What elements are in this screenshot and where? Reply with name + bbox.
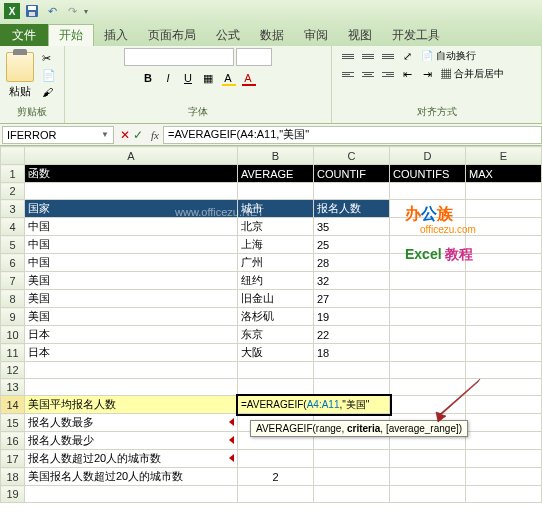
italic-button[interactable]: I [159,70,177,87]
cell[interactable] [466,432,542,450]
cell[interactable]: 28 [314,254,390,272]
cell[interactable]: 35 [314,218,390,236]
row-header[interactable]: 9 [1,308,25,326]
cell[interactable] [390,344,466,362]
row-header[interactable]: 10 [1,326,25,344]
indent-increase-icon[interactable]: ⇥ [418,66,436,82]
cell[interactable]: 报名人数最少 [25,432,238,450]
undo-icon[interactable]: ↶ [44,3,60,19]
align-top-icon[interactable] [338,48,356,64]
cell[interactable] [390,308,466,326]
cell[interactable] [466,486,542,503]
cell[interactable] [466,183,542,200]
select-all-cell[interactable] [1,147,25,165]
cell[interactable] [25,362,238,379]
cell[interactable] [390,450,466,468]
tab-file[interactable]: 文件 [0,24,48,46]
cell[interactable] [238,362,314,379]
tab-data[interactable]: 数据 [250,24,294,46]
cell[interactable] [390,290,466,308]
cell[interactable]: AVERAGE [238,165,314,183]
cell[interactable] [466,254,542,272]
align-left-icon[interactable] [338,66,356,82]
cell[interactable]: 东京 [238,326,314,344]
row-header[interactable]: 4 [1,218,25,236]
row-header[interactable]: 12 [1,362,25,379]
col-header-E[interactable]: E [466,147,542,165]
cell[interactable]: 25 [314,236,390,254]
wrap-text-button[interactable]: 📄 自动换行 [418,48,479,64]
cell[interactable] [466,326,542,344]
cell[interactable]: 报名人数超过20人的城市数 [25,450,238,468]
cut-icon[interactable]: ✂ [42,52,58,66]
chevron-down-icon[interactable]: ▼ [101,130,109,139]
col-header-D[interactable]: D [390,147,466,165]
cancel-icon[interactable]: ✕ [120,128,130,142]
cell[interactable]: COUNTIF [314,165,390,183]
cell[interactable] [466,272,542,290]
row-header[interactable]: 5 [1,236,25,254]
cell[interactable]: 中国 [25,218,238,236]
fill-color-button[interactable]: A [219,70,237,87]
cell[interactable]: 18 [314,344,390,362]
cell[interactable]: 中国 [25,254,238,272]
font-color-button[interactable]: A [239,70,257,87]
align-bottom-icon[interactable] [378,48,396,64]
cell[interactable] [25,486,238,503]
spreadsheet-grid[interactable]: A B C D E 1函数AVERAGECOUNTIFCOUNTIFSMAX 2… [0,146,542,503]
cell[interactable] [466,308,542,326]
col-header-C[interactable]: C [314,147,390,165]
save-icon[interactable] [24,3,40,19]
row-header[interactable]: 19 [1,486,25,503]
row-header[interactable]: 13 [1,379,25,396]
cell[interactable]: 函数 [25,165,238,183]
cell[interactable]: 报名人数 [314,200,390,218]
tab-view[interactable]: 视图 [338,24,382,46]
cell[interactable] [466,344,542,362]
name-box[interactable]: IFERROR ▼ [2,126,114,144]
enter-icon[interactable]: ✓ [133,128,143,142]
cell[interactable]: 中国 [25,236,238,254]
cell[interactable] [25,379,238,396]
orientation-icon[interactable]: ⤢ [398,48,416,64]
indent-decrease-icon[interactable]: ⇤ [398,66,416,82]
cell[interactable]: 22 [314,326,390,344]
cell[interactable]: 美国 [25,308,238,326]
cell[interactable]: 广州 [238,254,314,272]
cell[interactable] [238,183,314,200]
align-right-icon[interactable] [378,66,396,82]
cell[interactable] [466,468,542,486]
cell[interactable]: 报名人数最多 [25,414,238,432]
row-header[interactable]: 2 [1,183,25,200]
row-header[interactable]: 6 [1,254,25,272]
cell[interactable]: MAX [466,165,542,183]
cell[interactable]: 32 [314,272,390,290]
cell[interactable]: 洛杉矶 [238,308,314,326]
tab-insert[interactable]: 插入 [94,24,138,46]
cell[interactable] [466,290,542,308]
cell[interactable]: 19 [314,308,390,326]
merge-center-button[interactable]: ▦ 合并后居中 [438,66,507,82]
cell[interactable] [314,379,390,396]
cell[interactable]: 纽约 [238,272,314,290]
cell[interactable]: 大阪 [238,344,314,362]
cell[interactable]: 2 [238,468,314,486]
copy-icon[interactable]: 📄 [42,69,58,83]
row-header[interactable]: 18 [1,468,25,486]
row-header[interactable]: 1 [1,165,25,183]
cell[interactable]: 美国 [25,272,238,290]
col-header-A[interactable]: A [25,147,238,165]
cell[interactable]: 北京 [238,218,314,236]
cell[interactable]: 旧金山 [238,290,314,308]
align-center-icon[interactable] [358,66,376,82]
row-header[interactable]: 7 [1,272,25,290]
cell[interactable]: 美国报名人数超过20人的城市数 [25,468,238,486]
formula-bar[interactable]: =AVERAGEIF(A4:A11,"美国" [163,126,542,144]
cell[interactable] [390,486,466,503]
cell[interactable] [390,183,466,200]
cell[interactable]: 日本 [25,344,238,362]
font-name-dropdown[interactable] [124,48,234,66]
col-header-B[interactable]: B [238,147,314,165]
tab-review[interactable]: 审阅 [294,24,338,46]
tab-formulas[interactable]: 公式 [206,24,250,46]
